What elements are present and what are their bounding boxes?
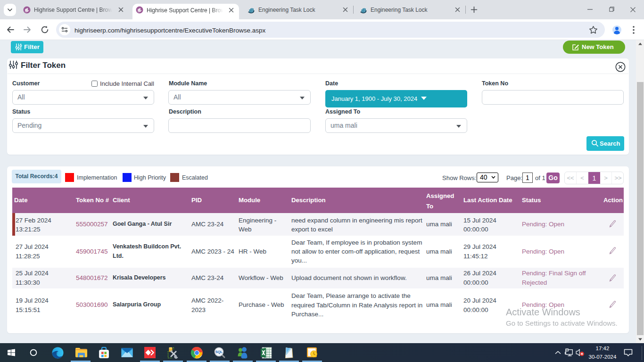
svg-text:SQL: SQL xyxy=(215,350,223,354)
